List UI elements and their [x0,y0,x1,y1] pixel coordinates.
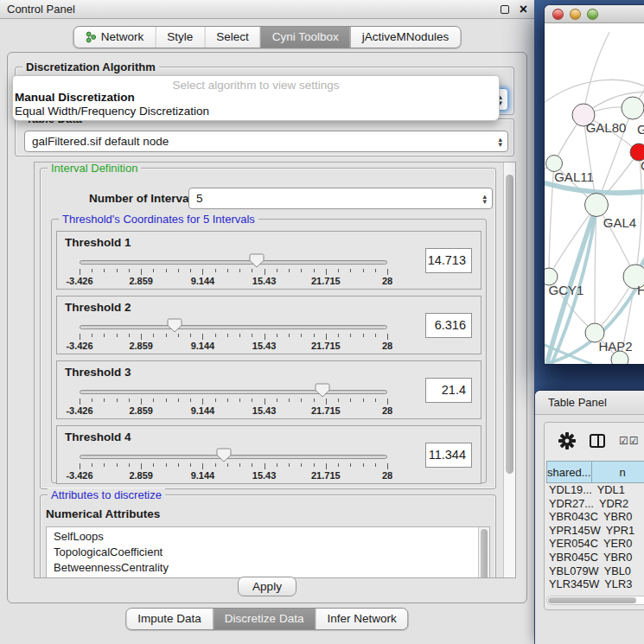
tab-infer-network[interactable]: Infer Network [315,609,407,629]
table-row[interactable]: YDL19...YDL1 [546,483,644,497]
slider-thumb[interactable] [167,318,182,333]
network-node-label: H [637,283,644,297]
table-data-combobox[interactable]: galFiltered.sif default node ▴▾ [24,131,508,152]
slider-tick [166,399,167,402]
slider-tick [104,269,105,272]
slider-tick-label: -3.426 [66,405,92,416]
network-node-ga[interactable] [622,97,644,119]
control-panel-title: Control Panel [7,3,501,16]
attributes-list-scrollbar[interactable] [478,527,489,578]
slider-tick [129,399,130,402]
slider-tick [277,399,277,402]
threshold-slider[interactable]: -3.4262.8599.14415.4321.71528 [57,232,420,290]
zoom-traffic-light[interactable] [587,9,598,20]
slider-tick [350,269,351,272]
slider-tick [178,463,179,467]
slider-tick [117,334,118,337]
settings-scrollbar[interactable] [503,163,515,577]
close-icon[interactable]: × [520,5,527,14]
tab-impute-data[interactable]: Impute Data [126,609,213,629]
table-horizontal-scrollbar[interactable] [546,596,644,605]
gear-icon[interactable] [558,432,576,450]
slider-tick [178,269,179,272]
slider-tick [190,334,191,337]
tab-network[interactable]: Network [74,27,156,48]
tab-label: Select [216,27,249,48]
slider-tick [141,399,142,405]
table-column-header[interactable]: n [592,461,644,483]
attribute-list-item[interactable]: BetweennessCentrality [54,560,489,576]
tab-cyni-toolbox[interactable]: Cyni Toolbox [260,27,350,48]
table-row[interactable]: YLR345WYLR3 [546,577,644,591]
table-data-group: Table Data galFiltered.sif default node … [15,118,514,156]
tab-style[interactable]: Style [155,27,204,48]
algorithm-popup-item[interactable]: Manual Discretization [13,91,499,105]
threshold-slider[interactable]: -3.4262.8599.14415.4321.71528 [57,296,420,355]
network-node[interactable] [611,351,628,364]
table-cell: YDR27... [546,497,594,511]
slider-tick [178,334,179,337]
slider-track[interactable] [80,455,387,459]
slider-thumb[interactable] [216,448,232,462]
slider-tick [215,399,216,402]
table-row[interactable]: YBL079WYBL0 [546,564,644,578]
threshold-value-field[interactable]: 11.344 [425,443,472,468]
tab-discretize-data[interactable]: Discretize Data [213,609,316,629]
algorithm-popup-item[interactable]: Equal Width/Frequency Discretization [13,105,499,118]
network-icon [86,31,97,43]
threshold-slider[interactable]: -3.4262.8599.14415.4321.71528 [57,426,420,485]
table-column-header[interactable]: shared... [546,461,592,483]
attribute-list-item[interactable]: TopologicalCoefficient [54,545,489,560]
slider-tick [265,463,265,469]
table-rows: YDL19...YDL1YDR27...YDR2YBR043CYBR0YPR14… [546,483,644,594]
network-graph: GAL80GACGAL11GAL4GCY1HHAP2 [545,23,644,364]
slider-tick [338,463,339,467]
apply-button[interactable]: Apply [238,577,296,596]
network-node-gal4[interactable] [585,194,609,217]
slider-tick [239,399,240,402]
slider-track[interactable] [80,325,387,329]
numerical-attributes-list[interactable]: SelfLoopsTopologicalCoefficientBetweenne… [46,526,490,578]
table-row[interactable]: YBR045CYBR0 [546,551,644,564]
table-row[interactable]: YPR145WYPR1 [546,524,644,538]
network-node-label: GCY1 [549,283,584,297]
table-row[interactable]: YDR27...YDR2 [546,497,644,511]
slider-tick [202,269,203,275]
tab-select[interactable]: Select [204,27,260,48]
tab-jactivemnodules[interactable]: jActiveMNodules [350,27,461,48]
column-view-icon[interactable] [590,434,605,448]
float-window-icon[interactable] [501,5,509,14]
table-row[interactable]: YIL052CYIL0 [546,591,644,594]
table-row[interactable]: YBR043CYBR0 [546,510,644,524]
slider-tick [265,399,265,405]
table-row[interactable]: YER054CYER0 [546,537,644,551]
slider-thumb[interactable] [249,253,265,268]
table-cell: YLR3 [599,577,644,591]
threshold-value-field[interactable]: 21.4 [425,378,472,403]
slider-track[interactable] [80,260,387,265]
slider-tick-label: 2.859 [129,276,153,286]
slider-tick [363,334,364,337]
slider-tick [338,269,339,272]
interval-definition-group: Interval Definition Number of Intervals … [40,168,496,489]
control-panel-window: Control Panel × NetworkStyleSelectCyni T… [0,0,534,644]
attribute-list-item[interactable]: SelfLoops [54,529,489,545]
close-traffic-light[interactable] [552,9,564,20]
minimize-traffic-light[interactable] [570,9,581,20]
slider-tick-label: 9.144 [191,276,215,286]
slider-track[interactable] [80,390,387,394]
table-cell: YBR045C [546,551,598,564]
network-node-label: GAL11 [554,169,594,184]
slider-tick-label: 15.43 [252,470,277,481]
threshold-slider[interactable]: -3.4262.8599.14415.4321.71528 [57,361,420,420]
number-of-intervals-combobox[interactable]: 5 ▴▾ [188,188,493,209]
network-node-label: GAL4 [603,215,636,230]
checkbox-icons[interactable]: ☑☑ [619,435,640,447]
threshold-value-field[interactable]: 14.713 [425,248,472,273]
threshold-value-field[interactable]: 6.316 [425,313,472,338]
network-canvas[interactable]: GAL80GACGAL11GAL4GCY1HHAP2 [545,23,644,364]
algorithm-popup-hint[interactable]: Select algorithm to view settings [13,76,499,91]
slider-tick [104,334,105,337]
slider-thumb[interactable] [315,383,330,398]
slider-tick [387,334,388,340]
